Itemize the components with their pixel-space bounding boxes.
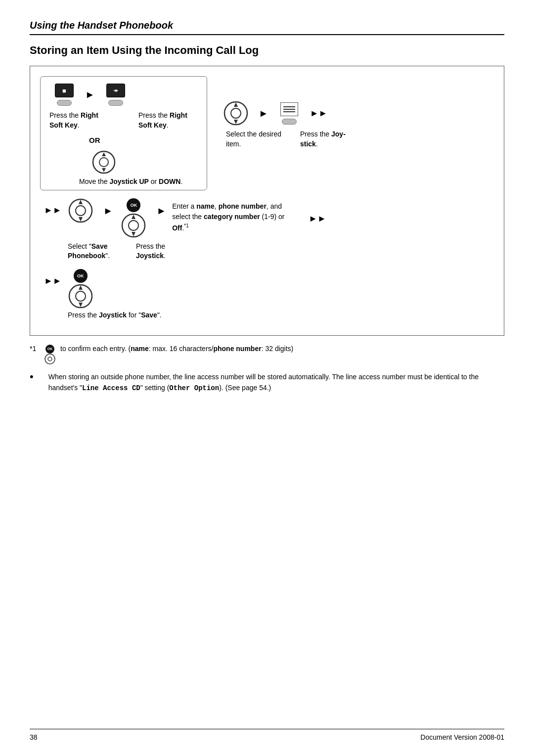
double-arrow-right1: ►►	[310, 108, 328, 119]
section-title: Storing an Item Using the Incoming Call …	[30, 44, 504, 57]
footnote1-marker: *1	[30, 345, 42, 353]
row2-captions: Select "Save Phonebook". Press the Joyst…	[68, 242, 494, 261]
page-number: 38	[30, 733, 38, 741]
svg-point-3	[99, 158, 108, 167]
diagram-row2: ►► ► OK	[40, 198, 494, 238]
or-label: OR	[89, 136, 198, 144]
arrow-row2: ►	[103, 205, 113, 217]
press-joystick-caption2: Press the Joystick.	[136, 242, 195, 261]
footnote1: *1 OK to confirm each entry. (name: max.…	[30, 345, 504, 364]
arrow-select: ►	[259, 108, 268, 119]
softkey2-caption: Press the Right Soft Key.	[138, 111, 198, 130]
menu-btn	[282, 119, 297, 125]
ok-joystick-icon: OK	[119, 198, 148, 238]
footnote1-icon: OK	[44, 345, 55, 364]
bullet1-container: • When storing an outside phone number, …	[30, 371, 504, 394]
header-title: Using the Handset Phonebook	[30, 20, 504, 31]
joystick-ud-caption: Move the Joystick UP or DOWN.	[79, 177, 198, 187]
svg-point-19	[76, 291, 86, 301]
header-divider	[30, 34, 504, 35]
joystick-save-icon	[66, 198, 95, 223]
diagram-row3: ►► OK	[40, 269, 494, 309]
footnote1-text: to confirm each entry. (name: max. 16 ch…	[60, 345, 293, 353]
press-joystick-caption1: Press the Joy-stick.	[300, 130, 359, 149]
press-joy-save-caption: Press the Joystick for "Save".	[68, 311, 196, 320]
softkey1-button	[57, 100, 72, 106]
arrow1: ►	[85, 89, 95, 100]
arrow-row2b: ►	[156, 205, 166, 217]
svg-point-11	[76, 206, 86, 216]
diagram-row1: ■ ► ↠	[40, 76, 494, 191]
doc-version: Document Version 2008-01	[420, 733, 504, 741]
ok-circle: OK	[127, 198, 140, 212]
svg-point-15	[129, 221, 138, 230]
softkey1-icon: ■	[49, 84, 79, 106]
bracket-group-softkeys: ■ ► ↠	[40, 76, 207, 190]
select-desired-caption: Select the desired item.	[226, 130, 290, 149]
enter-name-caption: Enter a name, phone number, and select t…	[172, 201, 301, 233]
menu-icon-box	[280, 102, 298, 116]
double-arrow-left3: ►►	[44, 276, 62, 286]
softkey2-button	[108, 100, 123, 106]
softkey1-box: ■	[55, 84, 74, 97]
bullet1-dot: •	[30, 370, 34, 383]
ok-joystick-save-icon: OK	[66, 269, 95, 309]
double-arrow-left2: ►►	[44, 205, 62, 216]
svg-point-7	[231, 108, 241, 118]
row3-caption: Press the Joystick for "Save".	[68, 311, 494, 320]
softkey1-caption: Press the Right Soft Key.	[49, 111, 109, 130]
page-footer: 38 Document Version 2008-01	[30, 729, 504, 741]
double-arrow-right2: ►►	[309, 214, 326, 224]
ok-circle2: OK	[74, 269, 88, 283]
joystick-select-icon	[221, 101, 251, 126]
menu-icon-container	[274, 102, 304, 125]
page-header: Using the Handset Phonebook	[30, 20, 504, 35]
select-save-caption: Select "Save Phonebook".	[68, 242, 127, 261]
softkey2-box: ↠	[106, 84, 125, 97]
diagram-box: ■ ► ↠	[30, 66, 504, 336]
bullet1-text: When storing an outside phone number, th…	[48, 371, 504, 394]
svg-point-21	[48, 357, 52, 361]
joystick-or-icon	[89, 150, 119, 174]
softkey2-icon: ↠	[101, 84, 131, 106]
